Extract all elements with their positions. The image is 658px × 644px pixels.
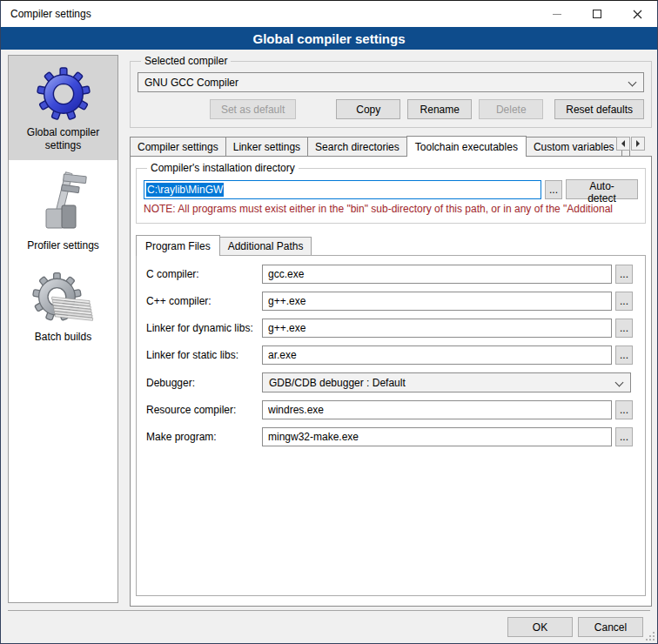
sidebar-item-global-compiler-settings[interactable]: Global compiler settings xyxy=(9,56,118,160)
tab-custom-variables[interactable]: Custom variables xyxy=(526,137,622,156)
resource-compiler-row: Resource compiler: ... xyxy=(146,400,635,419)
tab-search-directories[interactable]: Search directories xyxy=(307,137,407,156)
dialog-banner: Global compiler settings xyxy=(1,27,657,50)
linker-dynamic-input[interactable] xyxy=(262,319,612,338)
debugger-row: Debugger: GDB/CDB debugger : Default xyxy=(146,372,635,392)
cpp-compiler-row: C++ compiler: ... xyxy=(146,292,635,311)
settings-category-list: Global compiler settings Profiler settin… xyxy=(8,55,118,603)
resource-compiler-input[interactable] xyxy=(262,400,612,419)
program-files-tabstrip: Program Files Additional Paths xyxy=(136,233,646,255)
linker-static-browse-button[interactable]: ... xyxy=(615,345,633,365)
main-panel: Selected compiler GNU GCC Compiler Set a… xyxy=(130,55,652,607)
arrow-left-icon xyxy=(621,140,625,147)
arrow-right-icon xyxy=(636,140,640,147)
auto-detect-button[interactable]: Auto-detect xyxy=(566,179,638,199)
tab-compiler-settings[interactable]: Compiler settings xyxy=(130,137,226,156)
banner-title: Global compiler settings xyxy=(252,31,405,46)
debugger-label: Debugger: xyxy=(146,377,262,389)
tab-toolchain-executables[interactable]: Toolchain executables xyxy=(406,136,527,157)
linker-dynamic-label: Linker for dynamic libs: xyxy=(146,322,262,334)
footer-buttons: OK Cancel xyxy=(507,617,643,637)
minimize-icon xyxy=(553,14,561,15)
ok-button[interactable]: OK xyxy=(507,617,573,637)
sidebar-item-label: Profiler settings xyxy=(11,239,115,252)
sidebar-item-batch-builds[interactable]: Batch builds xyxy=(9,260,118,352)
tab-scroll-right-button[interactable] xyxy=(631,137,645,151)
gear-blue-icon xyxy=(11,66,115,122)
reset-defaults-button[interactable]: Reset defaults xyxy=(554,99,644,119)
make-program-label: Make program: xyxy=(146,431,262,443)
installation-directory-input[interactable]: C:\raylib\MinGW xyxy=(144,180,541,199)
tab-scroll-arrows xyxy=(616,137,645,151)
installation-directory-browse-button[interactable]: ... xyxy=(545,180,562,199)
cpp-compiler-input[interactable] xyxy=(262,292,612,311)
compiler-buttons-row: Set as default Copy Rename Delete Reset … xyxy=(138,99,644,119)
resource-compiler-browse-button[interactable]: ... xyxy=(615,400,633,419)
c-compiler-input[interactable] xyxy=(262,265,612,284)
cancel-button[interactable]: Cancel xyxy=(578,617,643,637)
sidebar-item-label: Global compiler settings xyxy=(11,126,115,152)
debugger-select-value: GDB/CDB debugger : Default xyxy=(269,377,406,389)
settings-tabstrip: Compiler settings Linker settings Search… xyxy=(130,132,652,156)
chevron-down-icon xyxy=(615,379,624,387)
installation-directory-row: C:\raylib\MinGW ... Auto-detect xyxy=(144,179,638,199)
linker-static-row: Linker for static libs: ... xyxy=(146,345,635,365)
titlebar-controls xyxy=(537,1,657,27)
delete-button[interactable]: Delete xyxy=(479,99,543,119)
rename-button[interactable]: Rename xyxy=(407,99,472,119)
make-program-row: Make program: ... xyxy=(146,427,635,446)
installation-directory-group-label: Compiler's installation directory xyxy=(147,162,299,174)
resize-grip[interactable] xyxy=(646,632,655,641)
cpp-compiler-browse-button[interactable]: ... xyxy=(615,292,633,311)
compiler-select[interactable]: GNU GCC Compiler xyxy=(138,72,644,92)
linker-dynamic-row: Linker for dynamic libs: ... xyxy=(146,319,635,338)
c-compiler-label: C compiler: xyxy=(146,268,262,280)
c-compiler-row: C compiler: ... xyxy=(146,265,635,284)
close-icon xyxy=(633,10,642,19)
minimize-button[interactable] xyxy=(537,1,577,27)
selected-compiler-group-label: Selected compiler xyxy=(141,55,231,67)
copy-button[interactable]: Copy xyxy=(336,99,400,119)
cpp-compiler-label: C++ compiler: xyxy=(146,295,262,307)
debugger-select[interactable]: GDB/CDB debugger : Default xyxy=(262,372,631,392)
maximize-button[interactable] xyxy=(577,1,617,27)
compiler-select-value: GNU GCC Compiler xyxy=(144,77,238,89)
maximize-icon xyxy=(593,10,601,18)
compiler-settings-dialog: Compiler settings Global compiler settin… xyxy=(0,0,658,644)
chevron-down-icon xyxy=(628,78,637,87)
installation-directory-note: NOTE: All programs must exist either in … xyxy=(144,203,638,215)
gear-stack-icon xyxy=(11,271,115,326)
sidebar-item-profiler-settings[interactable]: Profiler settings xyxy=(9,160,118,260)
program-files-page: C compiler: ... C++ compiler: ... Linker… xyxy=(136,255,646,596)
toolchain-executables-page: Compiler's installation directory C:\ray… xyxy=(130,156,652,607)
caliper-icon xyxy=(11,171,115,235)
footer-separator xyxy=(8,610,650,611)
resource-compiler-label: Resource compiler: xyxy=(146,404,262,416)
subtab-program-files[interactable]: Program Files xyxy=(136,235,220,256)
tab-linker-settings[interactable]: Linker settings xyxy=(225,137,308,156)
tab-scroll-left-button[interactable] xyxy=(616,137,630,151)
subtab-additional-paths[interactable]: Additional Paths xyxy=(219,237,312,255)
linker-static-label: Linker for static libs: xyxy=(146,349,262,361)
make-program-browse-button[interactable]: ... xyxy=(615,427,633,446)
installation-directory-selected-text: C:\raylib\MinGW xyxy=(146,183,224,197)
set-as-default-button[interactable]: Set as default xyxy=(210,99,296,119)
window-title: Compiler settings xyxy=(1,8,91,20)
close-button[interactable] xyxy=(617,1,657,27)
selected-compiler-group: Selected compiler GNU GCC Compiler Set a… xyxy=(130,55,652,128)
linker-static-input[interactable] xyxy=(262,345,612,365)
sidebar-item-label: Batch builds xyxy=(11,331,115,344)
title-bar: Compiler settings xyxy=(1,1,657,27)
c-compiler-browse-button[interactable]: ... xyxy=(615,265,633,284)
installation-directory-group: Compiler's installation directory C:\ray… xyxy=(136,162,646,224)
make-program-input[interactable] xyxy=(262,427,612,446)
linker-dynamic-browse-button[interactable]: ... xyxy=(615,319,633,338)
